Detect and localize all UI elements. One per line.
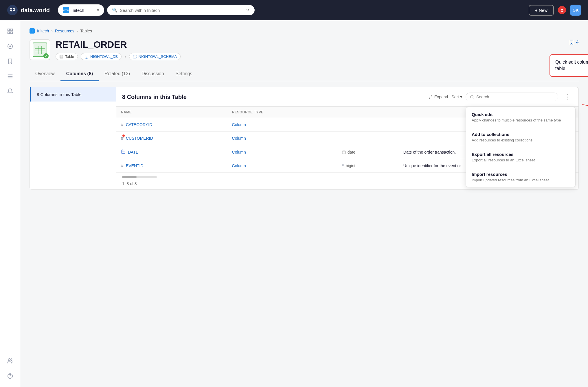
tab-discussion[interactable]: Discussion <box>136 67 170 81</box>
pagination-label: 1–8 of 8 <box>122 181 137 186</box>
org-selector[interactable]: INITECH Initech ▾ <box>58 4 104 16</box>
breadcrumb-org-link[interactable]: Initech <box>37 29 49 33</box>
dropdown-item-import[interactable]: Import resources Import updated resource… <box>466 167 575 187</box>
sidebar-item-users[interactable] <box>4 355 16 367</box>
right-panel-header: 8 Columns in this Table Expand Sort ▾ Qu <box>116 87 578 107</box>
avatar[interactable]: GK <box>570 5 581 16</box>
col-type: Column <box>232 122 246 127</box>
app-name: data.world <box>21 7 50 14</box>
svg-point-29 <box>471 95 473 98</box>
bookmark-area[interactable]: 4 <box>569 39 579 45</box>
expand-button[interactable]: Expand <box>429 95 448 99</box>
svg-point-14 <box>8 359 10 361</box>
tooltip-arrow <box>579 102 588 125</box>
data-type-bigint: # bigint <box>342 163 394 168</box>
left-panel-item-label: 8 Columns in this Table <box>37 92 82 97</box>
search-input[interactable] <box>120 8 244 13</box>
data-type-date: date <box>342 150 394 154</box>
dropdown-item-quick-edit[interactable]: Quick edit Apply changes to multiple res… <box>466 107 575 127</box>
tab-overview[interactable]: Overview <box>30 67 60 81</box>
tag-table-label: Table <box>65 54 74 59</box>
svg-rect-34 <box>342 151 346 154</box>
new-button[interactable]: + New <box>529 5 554 16</box>
org-name: Initech <box>71 8 84 13</box>
right-panel: 8 Columns in this Table Expand Sort ▾ Qu <box>116 87 579 190</box>
search-box[interactable]: 🔍 ⧩ <box>107 5 255 15</box>
logo-area[interactable]: data.world <box>7 5 53 16</box>
owl-logo <box>7 5 18 16</box>
col-name-link[interactable]: CATEGORYID <box>126 122 152 127</box>
breadcrumb: I Initech › Resources › Tables <box>30 28 579 34</box>
resource-icon: ✓ <box>30 39 50 60</box>
svg-rect-22 <box>60 55 63 58</box>
breadcrumb-sep-1: › <box>51 29 53 33</box>
search-icon: 🔍 <box>112 8 117 13</box>
org-logo: INITECH <box>63 7 69 13</box>
sidebar-item-list[interactable] <box>4 70 16 83</box>
col-name-link[interactable]: DATE <box>128 150 138 154</box>
tabs: Overview Columns (8) Related (13) Discus… <box>30 67 579 81</box>
tab-settings[interactable]: Settings <box>170 67 198 81</box>
columns-search-input[interactable] <box>476 95 554 99</box>
content-area: 8 Columns in this Table 8 Columns in thi… <box>30 81 579 190</box>
chevron-down-icon: ▾ <box>460 95 462 99</box>
hash-icon: # <box>121 122 124 127</box>
hash-icon: # <box>121 163 124 168</box>
tag-schema-label: NIGHTOWL_SCHEMA <box>139 54 177 59</box>
svg-rect-28 <box>133 55 136 58</box>
breadcrumb-sep-2: › <box>77 29 78 33</box>
dropdown-item-export[interactable]: Export all resources Export all resource… <box>466 147 575 167</box>
search-bar[interactable] <box>466 93 558 101</box>
sidebar-item-bell[interactable] <box>4 85 16 98</box>
svg-point-10 <box>10 46 11 47</box>
bookmark-count: 4 <box>576 40 579 45</box>
col-type: Column <box>232 150 246 154</box>
col-name-date: DATE <box>121 149 223 155</box>
tag-arrow: › <box>124 54 126 59</box>
col-type: Column <box>232 136 246 141</box>
nav-actions: + New 2 GK <box>529 5 581 16</box>
col-header-resource-type: RESOURCE TYPE <box>227 107 337 118</box>
chevron-down-icon: ▾ <box>97 8 99 13</box>
col-name-link[interactable]: CUSTOMERID <box>126 136 153 141</box>
resource-tags: Table NIGHTOWL_DB › NIGHTOWL_SCHEMA <box>56 53 569 60</box>
verified-badge: ✓ <box>43 53 49 58</box>
dropdown-item-add-collections[interactable]: Add to collections Add resources to exis… <box>466 127 575 147</box>
dropdown-menu: Quick edit Apply changes to multiple res… <box>466 107 576 187</box>
col-name-link[interactable]: EVENTID <box>126 163 144 168</box>
left-panel: 8 Columns in this Table <box>30 87 116 190</box>
sidebar-item-bookmark[interactable] <box>4 55 16 68</box>
svg-rect-30 <box>122 150 125 154</box>
tag-table: Table <box>56 53 78 60</box>
search-area: INITECH Initech ▾ 🔍 ⧩ <box>58 4 255 16</box>
svg-rect-6 <box>10 29 12 31</box>
sidebar-item-grid[interactable] <box>4 25 16 38</box>
breadcrumb-current: Tables <box>80 29 92 33</box>
tag-db-label: NIGHTOWL_DB <box>90 54 118 59</box>
svg-point-3 <box>10 9 12 10</box>
breadcrumb-org-logo: I <box>30 28 35 34</box>
breadcrumb-resources-link[interactable]: Resources <box>55 29 74 33</box>
svg-point-27 <box>85 55 88 56</box>
calendar-icon <box>121 149 126 155</box>
more-btn-wrapper: Quick edit columns in table ⋮ <box>562 92 573 102</box>
svg-rect-17 <box>35 46 45 54</box>
tag-db[interactable]: NIGHTOWL_DB <box>81 53 122 60</box>
hash-warning-icon: # <box>121 136 124 141</box>
left-panel-item[interactable]: 8 Columns in this Table <box>30 87 116 102</box>
top-navigation: data.world INITECH Initech ▾ 🔍 ⧩ + New 2… <box>0 0 588 20</box>
col-type: Column <box>232 163 246 168</box>
filter-icon[interactable]: ⧩ <box>246 8 250 13</box>
tag-schema[interactable]: NIGHTOWL_SCHEMA <box>129 53 181 60</box>
sidebar-item-help[interactable] <box>4 370 16 382</box>
more-options-button[interactable]: ⋮ <box>562 92 573 102</box>
tab-columns[interactable]: Columns (8) <box>60 67 99 81</box>
col-name-eventid: # EVENTID <box>121 163 223 168</box>
col-name-categoryid: # CATEGORYID <box>121 122 223 127</box>
col-header-data-type <box>337 107 399 118</box>
tab-related[interactable]: Related (13) <box>99 67 136 81</box>
sort-button[interactable]: Sort ▾ <box>451 95 462 99</box>
svg-rect-7 <box>8 32 9 34</box>
notification-badge[interactable]: 2 <box>558 6 566 14</box>
sidebar-item-compass[interactable] <box>4 40 16 53</box>
